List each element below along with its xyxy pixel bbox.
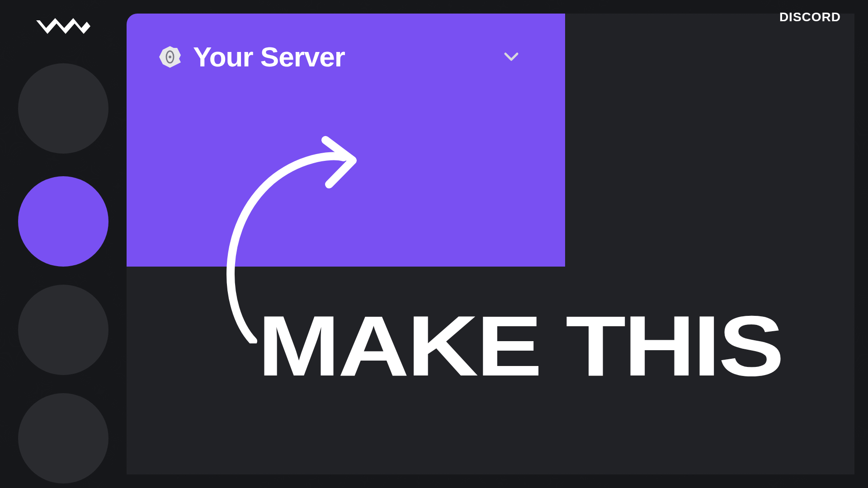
server-banner: Your Server — [127, 14, 565, 267]
server-title: Your Server — [193, 41, 345, 73]
server-sidebar — [14, 14, 113, 474]
main-panel: Your Server — [127, 14, 854, 474]
brand-logo — [32, 14, 95, 41]
server-icon-1[interactable] — [18, 63, 108, 154]
svg-point-1 — [169, 56, 171, 58]
boost-badge-icon — [158, 45, 182, 69]
chevron-down-icon[interactable] — [503, 48, 520, 66]
banner-header[interactable]: Your Server — [158, 41, 533, 73]
server-icon-3[interactable] — [18, 285, 108, 375]
server-icon-active[interactable] — [18, 176, 108, 267]
server-title-group: Your Server — [158, 41, 345, 73]
server-icon-4[interactable] — [18, 393, 108, 483]
app-label: DISCORD — [779, 10, 841, 24]
headline-text: MAKE THIS — [258, 303, 782, 389]
whop-logo-icon — [32, 14, 95, 41]
